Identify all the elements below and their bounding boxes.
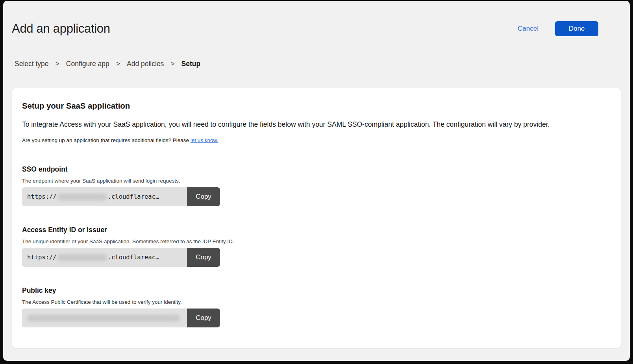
field-value: https://.cloudflareac… — [22, 187, 187, 206]
cancel-button[interactable]: Cancel — [518, 25, 539, 33]
let-us-know-link[interactable]: let us know. — [191, 137, 218, 143]
field-description: The endpoint where your SaaS application… — [22, 178, 611, 184]
breadcrumb-item-add-policies[interactable]: Add policies — [127, 60, 164, 68]
value-suffix: .cloudflareac… — [108, 193, 159, 200]
field-value — [22, 309, 187, 327]
additional-fields-note: Are you setting up an application that r… — [22, 137, 611, 143]
field-label: Access Entity ID or Issuer — [22, 226, 611, 234]
note-text: Are you setting up an application that r… — [22, 137, 191, 143]
redacted-value — [57, 194, 107, 200]
add-application-page: Add an application Cancel Done Select ty… — [3, 1, 630, 361]
page-title: Add an application — [12, 21, 110, 36]
field-value: https://.cloudflareac… — [22, 248, 187, 267]
breadcrumb-item-configure-app[interactable]: Configure app — [66, 60, 109, 68]
value-suffix: .cloudflareac… — [108, 254, 159, 261]
public-key-copy-field: Copy — [22, 309, 220, 327]
access-entity-id-copy-field: https://.cloudflareac… Copy — [22, 248, 220, 267]
copy-button[interactable]: Copy — [187, 309, 220, 327]
field-label: SSO endpoint — [22, 165, 611, 174]
card-description: To integrate Access with your SaaS appli… — [22, 120, 611, 129]
breadcrumb: Select type > Configure app > Add polici… — [15, 60, 621, 68]
field-label: Public key — [22, 286, 611, 295]
sso-endpoint-copy-field: https://.cloudflareac… Copy — [22, 187, 220, 206]
breadcrumb-item-select-type[interactable]: Select type — [15, 60, 49, 68]
value-prefix: https:// — [27, 193, 57, 200]
breadcrumb-separator: > — [116, 60, 120, 68]
page-header: Add an application Cancel Done — [12, 21, 621, 36]
redacted-value — [57, 254, 107, 261]
sso-endpoint-section: SSO endpoint The endpoint where your Saa… — [22, 165, 611, 206]
public-key-section: Public key The Access Public Certificate… — [22, 286, 611, 327]
card-heading: Setup your SaaS application — [22, 101, 611, 111]
value-prefix: https:// — [27, 254, 57, 261]
done-button[interactable]: Done — [555, 21, 598, 36]
field-description: The unique identifier of your SaaS appli… — [22, 238, 611, 244]
copy-button[interactable]: Copy — [187, 248, 220, 267]
breadcrumb-separator: > — [56, 60, 59, 68]
breadcrumb-separator: > — [170, 60, 174, 68]
access-entity-id-section: Access Entity ID or Issuer The unique id… — [22, 226, 611, 267]
setup-card: Setup your SaaS application To integrate… — [12, 88, 621, 348]
field-description: The Access Public Certificate that will … — [22, 299, 611, 305]
breadcrumb-item-setup[interactable]: Setup — [181, 60, 201, 68]
copy-button[interactable]: Copy — [187, 187, 220, 206]
header-actions: Cancel Done — [518, 21, 598, 36]
redacted-value — [27, 315, 180, 322]
